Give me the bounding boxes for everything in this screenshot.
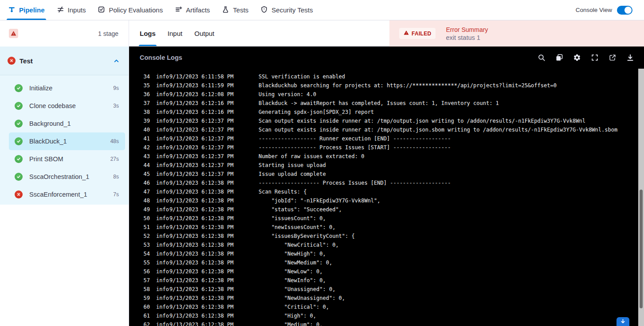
log-line: 47 info 9/13/2023 6:12:38 PM Scan Result… <box>129 187 638 196</box>
log-level: info <box>156 82 169 89</box>
fullscreen-icon[interactable] <box>591 54 599 62</box>
step-duration: 7s <box>113 191 119 198</box>
log-line-number: 44 <box>140 162 150 168</box>
settings-gear-icon[interactable] <box>573 54 581 62</box>
error-summary-text: Error Summary exit status 1 <box>446 26 488 41</box>
console-view-toggle[interactable] <box>617 6 632 15</box>
log-message: Generating spdx-json[SPDX_23] report <box>259 109 638 115</box>
tab-artifacts[interactable]: Artifacts <box>175 0 210 20</box>
log-line-number: 43 <box>140 153 150 159</box>
log-timestamp: 9/13/2023 6:12:38 PM <box>169 189 259 195</box>
stage-summary-bar: 1 stage <box>0 20 129 47</box>
log-timestamp: 9/13/2023 6:12:37 PM <box>169 118 259 124</box>
log-timestamp: 9/13/2023 6:12:38 PM <box>169 322 259 326</box>
log-line: 42 info 9/13/2023 6:12:37 PM -----------… <box>129 143 638 152</box>
console-panel: Console Logs 34 info 9/13/2023 6:11:58 P… <box>129 47 644 326</box>
log-line-number: 35 <box>140 82 150 89</box>
pipeline-execution-page: Pipeline Inputs Policy Evaluations Artif… <box>0 0 644 326</box>
tab-input[interactable]: Input <box>168 20 182 46</box>
search-icon[interactable] <box>538 54 546 62</box>
log-line-number: 34 <box>140 74 150 80</box>
log-line: 59 info 9/13/2023 6:12:38 PM "NewUnassig… <box>129 294 638 303</box>
log-level: info <box>156 153 169 159</box>
tab-inputs[interactable]: Inputs <box>57 0 86 20</box>
console-toolbar <box>538 54 634 62</box>
log-line-number: 37 <box>140 100 150 106</box>
log-level: info <box>156 251 169 257</box>
log-line-number: 52 <box>140 233 150 239</box>
tab-pipeline[interactable]: Pipeline <box>8 0 45 20</box>
log-message: ------------------- Process Issues [END]… <box>259 180 638 186</box>
stage-count-label: 1 stage <box>98 30 118 37</box>
detail-tabs: Logs Input Output <box>129 20 389 47</box>
stage-header-test[interactable]: Test <box>0 47 129 75</box>
tab-output[interactable]: Output <box>194 20 214 46</box>
log-line: 38 info 9/13/2023 6:12:16 PM Generating … <box>129 108 638 116</box>
log-level: info <box>156 127 169 133</box>
step-row[interactable]: Print SBOM 27s <box>9 150 125 168</box>
log-level: info <box>156 118 169 124</box>
log-timestamp: 9/13/2023 6:12:37 PM <box>169 153 259 159</box>
tab-label: Pipeline <box>19 6 45 14</box>
log-timestamp: 9/13/2023 6:12:38 PM <box>169 198 259 204</box>
log-timestamp: 9/13/2023 6:12:38 PM <box>169 268 259 275</box>
log-level: info <box>156 206 169 213</box>
failed-status-icon <box>8 57 16 65</box>
log-message: SSL verification is enabled <box>259 74 638 80</box>
tab-policy-evaluations[interactable]: Policy Evaluations <box>98 0 163 20</box>
log-timestamp: 9/13/2023 6:12:38 PM <box>169 277 259 283</box>
step-name: Background_1 <box>29 120 71 127</box>
toggle-knob <box>624 7 632 14</box>
log-timestamp: 9/13/2023 6:12:38 PM <box>169 206 259 213</box>
tab-logs[interactable]: Logs <box>140 20 156 46</box>
success-status-icon <box>15 120 23 128</box>
chevron-up-icon[interactable] <box>113 58 120 64</box>
log-level: info <box>156 313 169 319</box>
log-line: 56 info 9/13/2023 6:12:38 PM "NewLow": 0… <box>129 267 638 276</box>
step-row[interactable]: Background_1 <box>9 115 125 132</box>
console-scrollbar[interactable] <box>638 69 644 326</box>
step-row[interactable]: BlackDuck_1 48s <box>9 132 125 150</box>
step-row[interactable]: Initialize 9s <box>9 79 125 97</box>
step-duration: 3s <box>113 103 119 109</box>
console-log-area[interactable]: 34 info 9/13/2023 6:11:58 PM SSL verific… <box>129 69 638 326</box>
tab-label: Policy Evaluations <box>109 6 163 14</box>
log-line-number: 50 <box>140 215 150 221</box>
log-timestamp: 9/13/2023 6:12:38 PM <box>169 215 259 221</box>
log-message: Number of raw issues extracted: 0 <box>259 153 638 159</box>
log-line-number: 56 <box>140 268 150 275</box>
tab-label: Artifacts <box>186 6 210 14</box>
log-level: info <box>156 233 169 239</box>
log-line-number: 40 <box>140 127 150 133</box>
log-line: 52 info 9/13/2023 6:12:38 PM "issuesBySe… <box>129 232 638 241</box>
scrollbar-thumb[interactable] <box>640 190 643 308</box>
log-message: "Medium": 0, <box>259 322 638 326</box>
tab-label: Tests <box>233 6 248 14</box>
step-row[interactable]: SscaEnforcement_1 7s <box>9 186 125 203</box>
copy-icon[interactable] <box>555 54 563 62</box>
log-line-number: 55 <box>140 260 150 266</box>
tab-security-tests[interactable]: Security Tests <box>260 0 313 20</box>
open-in-new-icon[interactable] <box>609 54 617 62</box>
console-view-label: Console View <box>576 7 612 13</box>
console-header: Console Logs <box>129 47 644 69</box>
log-timestamp: 9/13/2023 6:12:38 PM <box>169 304 259 310</box>
log-level: info <box>156 268 169 275</box>
log-line: 40 info 9/13/2023 6:12:37 PM Scan output… <box>129 125 638 134</box>
log-line: 57 info 9/13/2023 6:12:38 PM "NewInfo": … <box>129 276 638 285</box>
log-timestamp: 9/13/2023 6:12:38 PM <box>169 233 259 239</box>
log-line-number: 58 <box>140 286 150 292</box>
log-timestamp: 9/13/2023 6:12:38 PM <box>169 242 259 248</box>
log-line-number: 41 <box>140 136 150 142</box>
shield-icon <box>260 6 268 15</box>
log-timestamp: 9/13/2023 6:12:38 PM <box>169 260 259 266</box>
scroll-to-bottom-button[interactable] <box>617 317 629 326</box>
download-icon[interactable] <box>626 54 634 62</box>
log-timestamp: 9/13/2023 6:12:37 PM <box>169 136 259 142</box>
stage-name: Test <box>20 57 33 65</box>
step-row[interactable]: Clone codebase 3s <box>9 97 125 115</box>
tab-tests[interactable]: Tests <box>222 0 248 20</box>
error-summary-bar: FAILED Error Summary exit status 1 <box>389 20 644 47</box>
step-row[interactable]: SscaOrchestration_1 8s <box>9 168 125 186</box>
success-status-icon <box>15 102 23 110</box>
